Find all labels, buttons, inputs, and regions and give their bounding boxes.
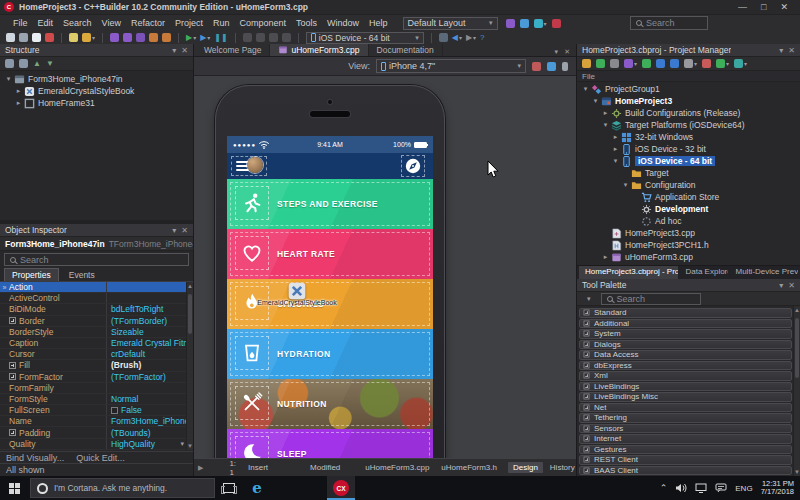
project-node-ios-device-64-bit[interactable]: ▾iOS Device - 64 bit (577, 155, 800, 167)
bottom-file-tab-uhomeform3-cpp[interactable]: uHomeForm3.cpp (360, 462, 434, 473)
property-value[interactable]: bdLeftToRight (106, 304, 186, 314)
file-explorer-button[interactable] (271, 476, 299, 500)
bottom-file-tab-uhomeform3-h[interactable]: uHomeForm3.h (436, 462, 502, 473)
bottom-view-tab-design[interactable]: Design (508, 462, 543, 473)
property-row-fullscreen[interactable]: FullScreenFalse (0, 405, 186, 416)
palette-category-gestures[interactable]: Gestures (579, 445, 792, 455)
property-row-name[interactable]: NameForm3Home_iPhone47in (0, 416, 186, 427)
expand-icon[interactable] (9, 429, 16, 436)
task-view-button[interactable] (215, 476, 243, 500)
dock-tab-multi-device-preview[interactable]: Multi-Device Preview (729, 266, 798, 279)
property-value[interactable]: HighQuality▾ (106, 439, 186, 449)
property-row-caption[interactable]: CaptionEmerald Crystal Fitness (0, 338, 186, 349)
close-icon[interactable]: ✕ (788, 46, 795, 55)
expand-icon[interactable] (9, 317, 16, 324)
new-project-icon[interactable] (45, 33, 54, 42)
property-value[interactable]: Sizeable (106, 327, 186, 337)
language-indicator[interactable]: ENG (735, 484, 752, 493)
layout-combo[interactable]: Default Layout▾ (403, 17, 498, 30)
navigate-forward-icon[interactable]: ▶ (466, 33, 472, 42)
structure-node-homeframe31[interactable]: ▸HomeFrame31 (0, 97, 193, 109)
compass-button[interactable] (401, 155, 425, 177)
run-without-debugging-icon-dropdown[interactable]: ▾ (207, 34, 210, 41)
property-row-border[interactable]: Border(TFormBorder) (0, 316, 186, 327)
project-node-homeproject3[interactable]: ▾HomeProject3 (577, 95, 800, 107)
navigate-back-icon-dropdown[interactable]: ▾ (459, 34, 462, 41)
close-icon[interactable]: ✕ (181, 226, 188, 235)
orientation-icon[interactable] (562, 62, 568, 71)
oi-tab-events[interactable]: Events (61, 268, 103, 281)
tp-scrollbar[interactable]: ▲▼ (793, 306, 800, 476)
expand-icon[interactable] (584, 352, 590, 358)
new-window-icon[interactable] (19, 33, 28, 42)
expander-icon[interactable]: ▾ (4, 75, 13, 83)
palette-category-additional[interactable]: Additional (579, 319, 792, 329)
speaker-icon[interactable] (675, 483, 687, 493)
expander-icon[interactable]: ▸ (611, 133, 620, 141)
move-up-icon[interactable]: ▲ (33, 59, 41, 68)
checkbox[interactable] (111, 407, 118, 414)
expander-icon[interactable]: ▾ (591, 97, 600, 105)
dock-tab-data-explorer[interactable]: Data Explorer (679, 266, 728, 279)
property-row-cursor[interactable]: CursorcrDefault (0, 349, 186, 360)
property-row-borderstyle[interactable]: BorderStyleSizeable (0, 327, 186, 338)
property-value[interactable]: crDefault (106, 349, 186, 359)
expand-icon[interactable] (584, 415, 590, 421)
expander-icon[interactable]: ▸ (14, 87, 23, 95)
open-project-icon-dropdown[interactable]: ▾ (92, 34, 95, 41)
tile-hydration[interactable]: HYDRATION (227, 329, 433, 379)
form-designer-canvas[interactable]: ●●●●● 9:41 AM 100% STEPS AND EXERCISEHEA… (194, 76, 576, 458)
palette-category-sensors[interactable]: Sensors (579, 424, 792, 434)
close-tab-icon[interactable]: ✕ (564, 48, 570, 56)
activate-icon[interactable] (702, 59, 711, 68)
start-button[interactable] (0, 476, 28, 500)
tile-steps-and-exercise[interactable]: STEPS AND EXERCISE (227, 179, 433, 229)
expand-icon[interactable] (584, 310, 590, 316)
property-row-activecontrol[interactable]: ActiveControl (0, 293, 186, 304)
delete-item-icon[interactable] (19, 59, 28, 68)
navigate-forward-icon-dropdown[interactable]: ▾ (473, 34, 476, 41)
chevron-up-icon[interactable]: ⌃ (660, 483, 668, 493)
project-node-homeproject3pch1-h[interactable]: HomeProject3PCH1.h (577, 239, 800, 251)
sync-icon[interactable] (642, 59, 651, 68)
palette-category-standard[interactable]: Standard (579, 308, 792, 318)
property-value[interactable]: False (106, 405, 186, 415)
chat-icon[interactable] (715, 483, 727, 493)
editor-tab-welcome-page[interactable]: Welcome Page (196, 44, 270, 56)
palette-category-data-access[interactable]: Data Access (579, 350, 792, 360)
save-as-icon[interactable] (136, 33, 145, 42)
menu-project[interactable]: Project (170, 16, 208, 30)
property-row-formstyle[interactable]: FormStyleNormal (0, 394, 186, 405)
project-node-configuration[interactable]: ▾Configuration (577, 179, 800, 191)
oi-scrollbar[interactable]: ▲▼ (186, 282, 193, 450)
menu-help[interactable]: Help (364, 16, 393, 30)
palette-category-internet[interactable]: Internet (579, 434, 792, 444)
maximize-button[interactable]: □ (761, 2, 766, 12)
bind-visually-link[interactable]: Bind Visually... (6, 453, 64, 463)
network-icon[interactable] (695, 483, 707, 493)
trace-into-icon[interactable] (243, 33, 252, 42)
expand-icon[interactable] (9, 362, 16, 369)
sort-icon-dropdown[interactable]: ▾ (694, 60, 697, 67)
palette-category-baas-client[interactable]: BAAS Client (579, 466, 792, 476)
palette-category-tethering[interactable]: Tethering (579, 413, 792, 423)
device-skin-icon[interactable] (532, 62, 541, 71)
pin-icon[interactable]: ▾ (779, 281, 783, 290)
new-unit-icon[interactable] (32, 33, 41, 42)
menu-search[interactable]: Search (58, 16, 97, 30)
menu-edit[interactable]: Edit (33, 16, 59, 30)
palette-category-dbexpress[interactable]: dbExpress (579, 361, 792, 371)
run-without-debugging-icon[interactable]: ▶ (200, 33, 206, 42)
pause-icon[interactable]: ❚❚ (214, 33, 227, 42)
expand-icon[interactable] (9, 373, 16, 380)
tool-palette-search-input[interactable]: Search (601, 293, 701, 305)
expander-icon[interactable]: ▸ (601, 109, 610, 117)
property-row-padding[interactable]: Padding(TBounds) (0, 427, 186, 438)
cbuilder-taskbar-button[interactable]: CX (327, 476, 355, 500)
bottom-view-tab-history[interactable]: History (545, 462, 580, 473)
new-project-icon[interactable] (582, 59, 591, 68)
palette-category-dialogs[interactable]: Dialogs (579, 340, 792, 350)
oi-instance-combo[interactable]: Form3Home_iPhone47in TForm3Home_iPhone47… (0, 237, 193, 251)
expand-icon[interactable] (584, 373, 590, 379)
clock[interactable]: 12:31 PM 7/17/2018 (761, 480, 794, 497)
